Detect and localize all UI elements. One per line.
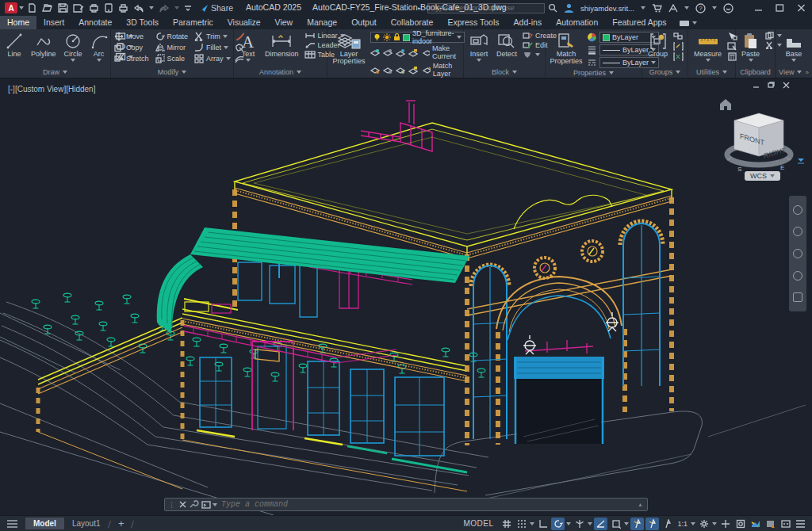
tab-featured-apps[interactable]: Featured Apps	[605, 16, 673, 29]
viewcube-east-label[interactable]: E	[780, 164, 784, 171]
open-file-icon[interactable]	[42, 3, 53, 13]
match-properties-button[interactable]: Match Properties	[549, 32, 584, 67]
insert-button[interactable]: Insert	[467, 32, 491, 63]
undo-caret-icon[interactable]	[149, 6, 154, 10]
annotation-scale-value[interactable]: 1:1	[676, 520, 689, 528]
layout1-tab[interactable]: Layout1	[64, 518, 109, 529]
viewport-close-icon[interactable]	[783, 82, 790, 89]
layer-walk-icon[interactable]	[370, 66, 380, 74]
array-button[interactable]: Array	[194, 54, 231, 63]
panel-properties-label[interactable]: Properties	[546, 68, 642, 78]
model-tab[interactable]: Model	[25, 518, 64, 529]
tab-visualize[interactable]: Visualize	[220, 16, 268, 29]
viewcube-south-label[interactable]: S	[737, 166, 741, 173]
group-button[interactable]: Group	[645, 32, 670, 59]
cut-clip-icon[interactable]	[765, 41, 775, 49]
otrack-toggle[interactable]	[594, 518, 607, 530]
print-icon[interactable]	[118, 3, 128, 13]
snap-toggle[interactable]	[515, 518, 528, 530]
tab-home[interactable]: Home	[0, 16, 36, 29]
viewcube-home-icon[interactable]	[720, 99, 731, 110]
navigation-bar[interactable]	[789, 196, 806, 311]
layer-off-icon[interactable]	[370, 48, 380, 57]
fillet-button[interactable]: Fillet	[194, 43, 231, 52]
workspace-gear[interactable]	[697, 518, 710, 530]
viewcube[interactable]: FRONT RIGHT S E	[714, 90, 801, 189]
command-grip-icon[interactable]: ⋮	[165, 501, 179, 509]
close-button[interactable]	[797, 4, 806, 12]
copy-clip-icon[interactable]	[765, 32, 775, 40]
workspace-caret-icon[interactable]	[712, 522, 717, 525]
mirror-button[interactable]: Mirror	[155, 43, 189, 52]
mobile-icon[interactable]	[104, 3, 113, 13]
isolate-objects-toggle[interactable]	[733, 518, 747, 530]
nav-motion-icon[interactable]	[793, 292, 802, 302]
autodesk-icon[interactable]	[668, 4, 678, 13]
clean-screen-toggle[interactable]	[764, 518, 777, 530]
tab-manage[interactable]: Manage	[300, 16, 344, 29]
isodraft-caret-icon[interactable]	[588, 522, 592, 525]
app-menu-caret-icon[interactable]	[19, 6, 24, 10]
user-name[interactable]: shiyamdev.srit...	[580, 4, 634, 13]
copy-button[interactable]: Copy	[114, 43, 149, 52]
command-caret-icon[interactable]	[213, 503, 217, 506]
stretch-button[interactable]: Stretch	[114, 54, 149, 63]
layout-menu-icon[interactable]	[6, 519, 19, 529]
trim-button[interactable]: Trim	[194, 32, 231, 41]
minimize-button[interactable]	[754, 4, 763, 12]
nav-wheel-icon[interactable]	[793, 205, 802, 215]
polar-caret-icon[interactable]	[566, 522, 571, 525]
dimension-button[interactable]: Dimension	[262, 32, 301, 59]
layer-merge-icon[interactable]	[396, 66, 405, 74]
layer-vpfreeze-icon[interactable]	[383, 66, 393, 74]
save-icon[interactable]	[58, 3, 68, 13]
panel-draw-label[interactable]: Draw	[0, 67, 110, 78]
new-file-icon[interactable]	[27, 3, 37, 13]
crosshair-icon[interactable]	[718, 518, 732, 530]
model-space-badge[interactable]: MODEL	[458, 519, 498, 528]
maximize-button[interactable]	[776, 4, 784, 12]
layer-select[interactable]: 3D_furniture-indoor	[370, 32, 465, 43]
plot-icon[interactable]	[89, 3, 99, 13]
rotate-button[interactable]: Rotate	[155, 32, 189, 41]
tab-add-ins[interactable]: Add-ins	[507, 16, 550, 29]
customize-status-icon[interactable]	[794, 518, 807, 530]
command-customize-icon[interactable]	[189, 500, 199, 509]
redo-icon[interactable]	[159, 4, 170, 13]
fullscreen-toggle[interactable]	[779, 518, 792, 530]
tab-view[interactable]: View	[268, 16, 301, 29]
measure-button[interactable]: Measure	[691, 32, 724, 63]
tab-collaborate[interactable]: Collaborate	[384, 16, 441, 29]
undo-icon[interactable]	[133, 4, 144, 13]
redo-caret-icon[interactable]	[174, 6, 179, 10]
isodraft-toggle[interactable]	[573, 518, 586, 530]
user-caret-icon[interactable]	[641, 6, 645, 10]
ungroup-icon[interactable]	[673, 32, 684, 40]
scale-caret-icon[interactable]	[691, 522, 695, 525]
tab-parametric[interactable]: Parametric	[166, 16, 220, 29]
layer-properties-button[interactable]: Layer Properties	[331, 32, 367, 67]
command-expand-icon[interactable]: ▲	[638, 502, 643, 507]
osnap-caret-icon[interactable]	[624, 522, 629, 525]
command-line[interactable]: ⋮ ▲	[164, 498, 648, 511]
polar-toggle[interactable]	[551, 518, 565, 530]
panel-view-label[interactable]: View»	[776, 67, 812, 78]
snap-caret-icon[interactable]	[530, 522, 534, 525]
command-close-icon[interactable]	[179, 501, 186, 508]
polyline-button[interactable]: Polyline	[29, 32, 59, 59]
panel-block-label[interactable]: Block	[464, 67, 545, 78]
nav-orbit-icon[interactable]	[793, 271, 802, 281]
save-as-icon[interactable]	[73, 3, 84, 13]
tab-3d-tools[interactable]: 3D Tools	[119, 16, 166, 29]
annotation-visibility-toggle[interactable]	[630, 518, 644, 530]
annotation-scale-icon[interactable]	[661, 518, 674, 530]
make-current-button[interactable]: Make Current	[423, 44, 465, 60]
group-selection-icon[interactable]	[673, 52, 684, 61]
drawing-viewport[interactable]: [-][Custom View][Hidden] FRONT RIGHT	[0, 78, 812, 515]
panel-groups-label[interactable]: Groups	[642, 67, 688, 78]
layer-freeze2-icon[interactable]	[396, 48, 405, 57]
viewport-minimize-icon[interactable]	[753, 82, 760, 89]
match-layer-button[interactable]: Match Layer	[423, 62, 465, 78]
autodesk-caret-icon[interactable]	[684, 6, 689, 10]
viewport-restore-icon[interactable]	[768, 82, 775, 89]
